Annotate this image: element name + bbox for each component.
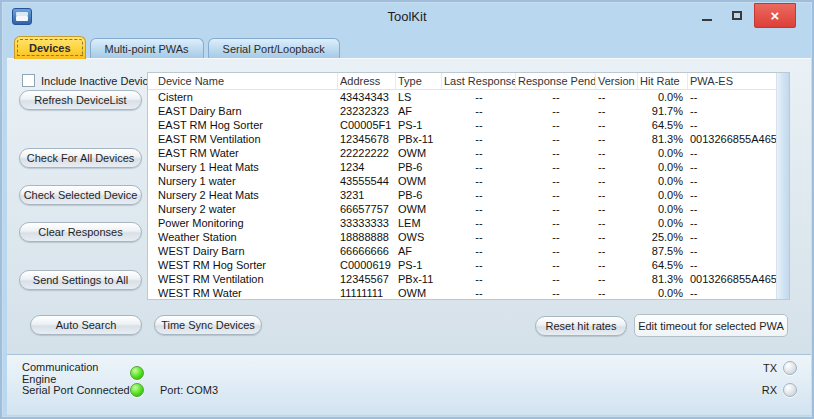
maximize-button[interactable] — [722, 3, 752, 28]
table-row[interactable]: WEST RM Hog SorterC0000619PS-1------64.5… — [148, 258, 789, 272]
table-cell: -- — [516, 104, 596, 118]
column-header-hit-rate[interactable]: Hit Rate — [638, 73, 688, 89]
table-cell: -- — [516, 174, 596, 188]
table-cell: -- — [516, 244, 596, 258]
table-cell: -- — [516, 258, 596, 272]
table-cell: -- — [442, 146, 516, 160]
tab-multi-point-pwas[interactable]: Multi-point PWAs — [90, 38, 204, 59]
close-button[interactable]: × — [754, 3, 796, 28]
table-cell: -- — [688, 104, 789, 118]
table-cell: 0.0% — [638, 202, 688, 216]
table-cell: EAST Dairy Barn — [148, 104, 338, 118]
send-settings-to-all-button[interactable]: Send Settings to All — [19, 270, 142, 290]
table-cell: -- — [516, 216, 596, 230]
table-cell: -- — [516, 230, 596, 244]
table-cell: -- — [596, 174, 638, 188]
table-cell: -- — [596, 272, 638, 286]
tab-devices[interactable]: Devices — [14, 36, 86, 59]
table-cell: 0.0% — [638, 160, 688, 174]
table-row[interactable]: Nursery 2 water66657757OWM------0.0%-- — [148, 202, 789, 216]
table-header: Device NameAddressTypeLast ResponseRespo… — [148, 73, 789, 90]
table-cell: -- — [442, 188, 516, 202]
check-selected-device-button[interactable]: Check Selected Device — [19, 185, 142, 205]
refresh-devicelist-button[interactable]: Refresh DeviceList — [19, 90, 142, 110]
table-cell: C00005F1 — [338, 118, 396, 132]
table-cell: 87.5% — [638, 244, 688, 258]
table-cell: LS — [396, 90, 442, 104]
column-header-pwa-es[interactable]: PWA-ES — [688, 73, 789, 89]
tab-multi-point-pwas-label: Multi-point PWAs — [105, 43, 189, 55]
device-table: Device NameAddressTypeLast ResponseRespo… — [147, 72, 790, 300]
column-header-device-name[interactable]: Device Name — [148, 73, 338, 89]
table-cell: PB-6 — [396, 188, 442, 202]
table-scrollbar[interactable] — [776, 73, 789, 299]
status-bar: Communication Engine Serial Port Connect… — [7, 355, 811, 415]
table-cell: 91.7% — [638, 104, 688, 118]
table-row[interactable]: EAST RM Ventilation12345678PBx-11------8… — [148, 132, 789, 146]
table-row[interactable]: WEST RM Water11111111OWM------0.0%-- — [148, 286, 789, 300]
table-cell: -- — [688, 258, 789, 272]
table-cell: -- — [596, 90, 638, 104]
table-cell: -- — [596, 118, 638, 132]
table-cell: 11111111 — [338, 286, 396, 300]
reset-hit-rates-button[interactable]: Reset hit rates — [535, 316, 627, 336]
table-row[interactable]: Nursery 2 Heat Mats3231PB-6------0.0%-- — [148, 188, 789, 202]
edit-timeout-button[interactable]: Edit timeout for selected PWA — [634, 314, 788, 337]
clear-responses-button[interactable]: Clear Responses — [19, 222, 142, 242]
checkbox-icon — [22, 74, 35, 87]
table-row[interactable]: Weather Station18888888OWS------25.0%-- — [148, 230, 789, 244]
table-row[interactable]: Nursery 1 Heat Mats1234PB-6------0.0%-- — [148, 160, 789, 174]
column-header-last-response[interactable]: Last Response — [442, 73, 516, 89]
table-cell: -- — [688, 188, 789, 202]
tab-serial-port-loopback[interactable]: Serial Port/Loopback — [208, 38, 340, 59]
table-row[interactable]: Power Monitoring33333333LEM------0.0%-- — [148, 216, 789, 230]
table-cell: PB-6 — [396, 160, 442, 174]
auto-search-button[interactable]: Auto Search — [30, 315, 142, 335]
column-header-response-pending[interactable]: Response Pending — [516, 73, 596, 89]
table-cell: -- — [516, 146, 596, 160]
table-cell: -- — [442, 118, 516, 132]
table-cell: -- — [688, 202, 789, 216]
table-cell: WEST Dairy Barn — [148, 244, 338, 258]
table-cell: Cistern — [148, 90, 338, 104]
table-row[interactable]: WEST RM Ventilation12345567PBx-11------8… — [148, 272, 789, 286]
table-row[interactable]: EAST RM Water22222222OWM------0.0%-- — [148, 146, 789, 160]
table-cell: 0.0% — [638, 216, 688, 230]
include-inactive-checkbox[interactable]: Include Inactive Devices — [22, 74, 160, 87]
time-sync-devices-button[interactable]: Time Sync Devices — [154, 315, 262, 335]
column-header-address[interactable]: Address — [338, 73, 396, 89]
table-cell: WEST RM Ventilation — [148, 272, 338, 286]
table-cell: C0000619 — [338, 258, 396, 272]
table-cell: 12345567 — [338, 272, 396, 286]
table-cell: -- — [596, 188, 638, 202]
table-cell: PS-1 — [396, 258, 442, 272]
column-header-type[interactable]: Type — [396, 73, 442, 89]
table-cell: -- — [516, 90, 596, 104]
table-cell: -- — [688, 90, 789, 104]
table-cell: Nursery 1 water — [148, 174, 338, 188]
table-cell: Nursery 2 Heat Mats — [148, 188, 338, 202]
minimize-button[interactable] — [692, 3, 722, 28]
table-row[interactable]: WEST Dairy Barn66666666AF------87.5%-- — [148, 244, 789, 258]
table-row[interactable]: EAST RM Hog SorterC00005F1PS-1------64.5… — [148, 118, 789, 132]
table-cell: -- — [596, 230, 638, 244]
table-cell: 0.0% — [638, 90, 688, 104]
table-cell: 0.0% — [638, 146, 688, 160]
toolkit-window: ToolKit × Devices Multi-point PWAs Seria… — [0, 0, 814, 419]
table-cell: 23232323 — [338, 104, 396, 118]
table-cell: EAST RM Water — [148, 146, 338, 160]
table-cell: -- — [688, 216, 789, 230]
table-cell: 33333333 — [338, 216, 396, 230]
table-cell: -- — [442, 216, 516, 230]
titlebar[interactable]: ToolKit × — [2, 2, 812, 32]
table-cell: -- — [442, 286, 516, 300]
table-row[interactable]: EAST Dairy Barn23232323AF------91.7%-- — [148, 104, 789, 118]
table-cell: Nursery 1 Heat Mats — [148, 160, 338, 174]
table-row[interactable]: Cistern43434343LS------0.0%-- — [148, 90, 789, 104]
table-cell: -- — [688, 230, 789, 244]
table-cell: EAST RM Ventilation — [148, 132, 338, 146]
table-row[interactable]: Nursery 1 water43555544OWM------0.0%-- — [148, 174, 789, 188]
check-for-all-devices-button[interactable]: Check For All Devices — [19, 148, 142, 168]
table-cell: WEST RM Water — [148, 286, 338, 300]
column-header-version[interactable]: Version — [596, 73, 638, 89]
